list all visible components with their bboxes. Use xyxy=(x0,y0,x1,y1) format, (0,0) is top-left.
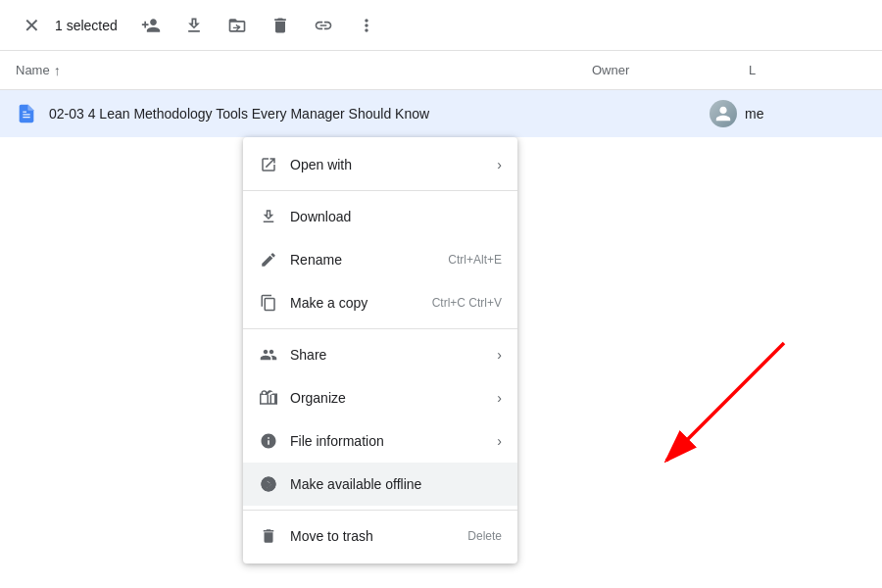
add-person-icon xyxy=(141,16,161,35)
open-with-icon xyxy=(259,155,278,174)
menu-item-open-with[interactable]: Open with › xyxy=(243,143,517,186)
organize-label: Organize xyxy=(290,390,485,406)
owner-name-label: me xyxy=(745,106,763,122)
offline-label: Make available offline xyxy=(290,476,502,492)
svg-line-5 xyxy=(666,343,784,461)
share-arrow-icon: › xyxy=(497,347,502,363)
copy-label: Make a copy xyxy=(290,295,420,311)
copy-icon xyxy=(259,293,278,313)
trash-menu-icon xyxy=(259,526,278,546)
menu-divider-1 xyxy=(243,190,517,191)
menu-item-file-info[interactable]: File information › xyxy=(243,419,517,463)
file-info-arrow-icon: › xyxy=(497,433,502,449)
link-icon xyxy=(314,16,333,35)
context-menu: Open with › Download Rename Ctrl+Alt+E M… xyxy=(243,137,517,564)
add-person-button[interactable] xyxy=(133,8,169,43)
owner-cell: me xyxy=(710,100,866,127)
download-menu-icon xyxy=(259,207,278,226)
owner-column-header: Owner xyxy=(592,63,749,77)
info-icon xyxy=(259,431,278,451)
menu-divider-3 xyxy=(243,510,517,511)
menu-item-organize[interactable]: Organize › xyxy=(243,376,517,419)
trash-button[interactable] xyxy=(263,8,298,43)
rename-shortcut: Ctrl+Alt+E xyxy=(448,253,502,267)
last-column-header: L xyxy=(749,63,866,77)
rename-icon xyxy=(259,250,278,270)
selected-count-label: 1 selected xyxy=(55,18,118,33)
toolbar: ✕ 1 selected xyxy=(0,0,882,51)
name-column-header[interactable]: Name ↑ xyxy=(16,63,592,78)
file-name-label: 02-03 4 Lean Methodology Tools Every Man… xyxy=(49,106,710,122)
red-arrow-annotation xyxy=(588,333,804,490)
share-label: Share xyxy=(290,347,485,363)
file-list-header: Name ↑ Owner L xyxy=(0,51,882,90)
more-vert-icon xyxy=(357,16,376,35)
owner-avatar xyxy=(710,100,737,127)
download-icon xyxy=(184,16,204,35)
docs-icon-simple xyxy=(16,103,37,124)
name-column-label: Name xyxy=(16,63,50,77)
download-button[interactable] xyxy=(176,8,212,43)
copy-shortcut: Ctrl+C Ctrl+V xyxy=(432,296,502,310)
close-icon: ✕ xyxy=(24,14,40,37)
share-icon xyxy=(259,345,278,365)
folder-move-button[interactable] xyxy=(220,8,255,43)
sort-icon: ↑ xyxy=(54,63,61,78)
offline-circle-icon xyxy=(259,474,278,494)
menu-item-trash[interactable]: Move to trash Delete xyxy=(243,514,517,558)
trash-shortcut: Delete xyxy=(467,529,502,543)
link-button[interactable] xyxy=(306,8,341,43)
close-button[interactable]: ✕ xyxy=(16,10,47,41)
open-with-label: Open with xyxy=(290,157,485,172)
menu-item-share[interactable]: Share › xyxy=(243,333,517,376)
menu-item-copy[interactable]: Make a copy Ctrl+C Ctrl+V xyxy=(243,281,517,324)
trash-label: Move to trash xyxy=(290,528,456,544)
organize-arrow-icon: › xyxy=(497,390,502,406)
file-row[interactable]: 02-03 4 Lean Methodology Tools Every Man… xyxy=(0,90,882,137)
more-options-button[interactable] xyxy=(349,8,384,43)
menu-item-download[interactable]: Download xyxy=(243,195,517,238)
trash-icon xyxy=(270,16,290,35)
organize-icon xyxy=(259,388,278,408)
download-label: Download xyxy=(290,209,502,224)
file-info-label: File information xyxy=(290,433,485,449)
menu-divider-2 xyxy=(243,328,517,329)
rename-label: Rename xyxy=(290,252,436,268)
open-with-arrow-icon: › xyxy=(497,157,502,172)
menu-item-offline[interactable]: Make available offline xyxy=(243,463,517,506)
menu-item-rename[interactable]: Rename Ctrl+Alt+E xyxy=(243,238,517,281)
folder-move-icon xyxy=(227,16,247,35)
